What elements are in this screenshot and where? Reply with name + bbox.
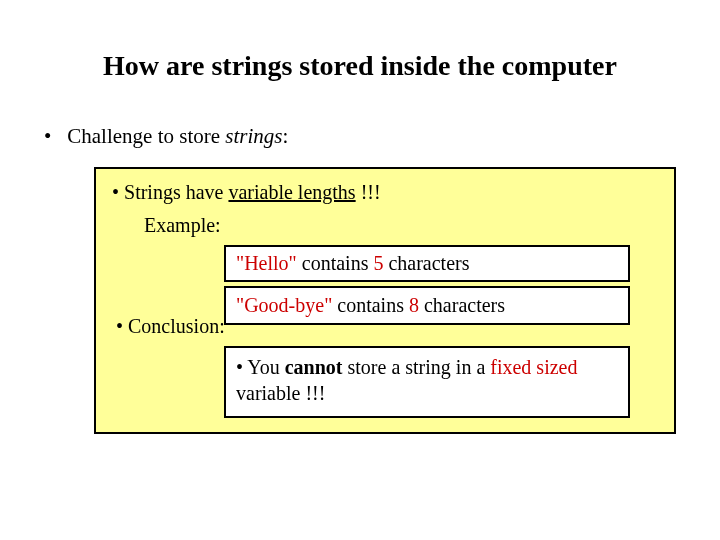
bullet-dot: •	[44, 124, 62, 149]
concl-p1: You	[243, 356, 285, 378]
yb-suffix: !!!	[356, 181, 381, 203]
concl-bullet: •	[236, 356, 243, 378]
yb-prefix: Strings have	[119, 181, 228, 203]
challenge-strings-word: strings	[225, 124, 282, 148]
slide-title: How are strings stored inside the comput…	[36, 50, 684, 82]
example-label: Example:	[112, 214, 658, 237]
concl-p2: store a string in a	[343, 356, 491, 378]
variable-lengths-underlined: variable lengths	[228, 181, 355, 203]
conclusion-text: Conclusion:	[123, 315, 225, 337]
concl-p3: variable !!!	[236, 382, 325, 404]
conclusion-bullet: •	[116, 315, 123, 337]
hello-count: 5	[373, 252, 383, 274]
challenge-prefix: Challenge	[67, 124, 152, 148]
goodbye-characters: characters	[419, 294, 505, 316]
hello-characters: characters	[383, 252, 469, 274]
goodbye-contains: contains	[332, 294, 409, 316]
slide: How are strings stored inside the comput…	[0, 0, 720, 540]
conclusion-box: • You cannot store a string in a fixed s…	[224, 346, 630, 418]
yellow-content-box: • Strings have variable lengths !!! Exam…	[94, 167, 676, 434]
goodbye-count: 8	[409, 294, 419, 316]
concl-cannot: cannot	[285, 356, 343, 378]
concl-fixed: fixed sized	[490, 356, 577, 378]
hello-literal: "Hello"	[236, 252, 297, 274]
yb-bullet: •	[112, 181, 119, 203]
example-hello-box: "Hello" contains 5 characters	[224, 245, 630, 282]
outer-bullet-challenge: • Challenge to store strings:	[36, 124, 684, 149]
goodbye-literal: "Good-bye"	[236, 294, 332, 316]
hello-contains: contains	[297, 252, 374, 274]
challenge-mid: to store	[152, 124, 225, 148]
example-goodbye-box: "Good-bye" contains 8 characters	[224, 286, 630, 325]
challenge-colon: :	[282, 124, 288, 148]
variable-lengths-line: • Strings have variable lengths !!!	[112, 181, 658, 204]
